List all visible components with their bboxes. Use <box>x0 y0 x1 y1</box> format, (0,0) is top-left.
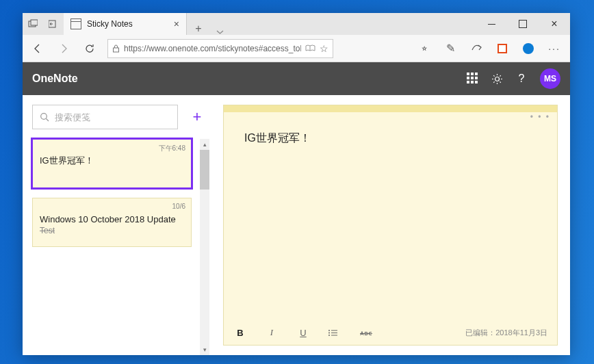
maximize-button[interactable] <box>507 13 539 35</box>
editor-pane: • • • IG世界冠军！ B I U ᴀʙᴄ 已编辑：2018年11月3日 <box>218 95 570 355</box>
note-title: Windows 10 October 2018 Update <box>40 213 184 226</box>
toolbar-right: ⭐︎ ✎ ··· <box>411 35 567 62</box>
back-button[interactable] <box>25 35 50 62</box>
avatar[interactable]: MS <box>540 68 560 89</box>
uc-extension-icon[interactable] <box>515 35 541 62</box>
help-icon[interactable]: ? <box>515 73 528 85</box>
app-header: OneNote ? MS <box>23 62 570 95</box>
notes-scroll: 下午6:48 IG世界冠军！ 10/6 Windows 10 October 2… <box>32 139 209 355</box>
scroll-down-icon[interactable]: ▾ <box>200 344 209 355</box>
search-row: + <box>32 105 209 129</box>
svg-point-11 <box>328 335 330 336</box>
scroll-thumb[interactable] <box>200 150 209 190</box>
svg-point-5 <box>41 114 47 120</box>
svg-point-7 <box>328 330 330 331</box>
header-right: ? MS <box>466 68 560 89</box>
settings-icon[interactable] <box>491 73 503 85</box>
forward-button[interactable] <box>51 35 76 62</box>
minimize-button[interactable] <box>476 13 507 35</box>
browser-window: Sticky Notes × + × https://www.onenote.c… <box>23 13 570 355</box>
sidebar: + 下午6:48 IG世界冠军！ 10/6 Windows 10 October… <box>23 95 218 355</box>
editor-body[interactable]: IG世界冠军！ <box>224 112 557 320</box>
note-title: IG世界冠军！ <box>40 155 184 167</box>
office-extension-icon[interactable] <box>489 35 515 62</box>
note-timestamp: 下午6:48 <box>159 144 185 153</box>
close-tab-icon[interactable]: × <box>174 18 179 29</box>
tabs-overflow-icon[interactable] <box>210 30 229 35</box>
svg-point-4 <box>495 77 499 81</box>
note-menu-icon[interactable]: • • • <box>530 112 550 122</box>
notes-pen-icon[interactable]: ✎ <box>437 35 463 62</box>
app-title: OneNote <box>32 73 78 85</box>
window-controls: × <box>476 13 570 35</box>
address-bar: https://www.onenote.com/stickynotes#acce… <box>23 35 570 62</box>
titlebar-left <box>23 13 64 35</box>
search-icon <box>40 112 49 122</box>
close-window-button[interactable]: × <box>539 13 570 35</box>
note-card[interactable]: 10/6 Windows 10 October 2018 Update Test <box>32 198 192 247</box>
strikethrough-button[interactable]: ᴀʙᴄ <box>359 329 373 337</box>
tabs-row: Sticky Notes × + <box>64 13 476 35</box>
share-icon[interactable] <box>463 35 489 62</box>
editor-status: 已编辑：2018年11月3日 <box>465 328 547 338</box>
refresh-button[interactable] <box>77 35 102 62</box>
notes-list: 下午6:48 IG世界冠军！ 10/6 Windows 10 October 2… <box>32 139 200 355</box>
bold-button[interactable]: B <box>233 328 247 338</box>
tab-sticky-notes[interactable]: Sticky Notes × <box>64 13 187 35</box>
activity-icon[interactable] <box>23 13 43 35</box>
favorites-button[interactable]: ⭐︎ <box>411 35 437 62</box>
note-timestamp: 10/6 <box>172 203 185 210</box>
note-card[interactable]: 下午6:48 IG世界冠军！ <box>32 139 192 188</box>
italic-button[interactable]: I <box>265 327 279 338</box>
editor-toolbar: B I U ᴀʙᴄ 已编辑：2018年11月3日 <box>224 320 557 345</box>
scroll-up-icon[interactable]: ▴ <box>200 139 209 150</box>
svg-point-9 <box>328 332 330 333</box>
search-input[interactable] <box>55 112 170 122</box>
more-menu-icon[interactable]: ··· <box>541 35 567 62</box>
page-icon <box>70 18 81 29</box>
lock-icon <box>112 44 120 53</box>
underline-button[interactable]: U <box>296 328 310 338</box>
content: + 下午6:48 IG世界冠军！ 10/6 Windows 10 October… <box>23 95 570 355</box>
new-tab-button[interactable]: + <box>187 23 210 35</box>
search-box[interactable] <box>32 105 178 129</box>
app-launcher-icon[interactable] <box>466 73 478 85</box>
svg-rect-3 <box>114 48 119 52</box>
note-color-strip <box>224 105 557 112</box>
scrollbar[interactable]: ▴ ▾ <box>200 139 209 355</box>
tab-title: Sticky Notes <box>87 19 133 29</box>
titlebar: Sticky Notes × + × <box>23 13 570 35</box>
reading-view-icon[interactable] <box>305 44 315 52</box>
editor-text: IG世界冠军！ <box>244 131 537 146</box>
add-note-button[interactable]: + <box>185 105 209 129</box>
note-editor: • • • IG世界冠军！ B I U ᴀʙᴄ 已编辑：2018年11月3日 <box>223 105 558 346</box>
svg-rect-1 <box>31 20 38 25</box>
favorite-icon[interactable]: ☆ <box>320 43 328 54</box>
set-aside-icon[interactable] <box>43 13 64 35</box>
note-subtext: Test <box>40 226 184 235</box>
svg-line-6 <box>47 119 49 122</box>
url-box[interactable]: https://www.onenote.com/stickynotes#acce… <box>107 39 333 58</box>
bullet-list-button[interactable] <box>328 329 341 337</box>
url-text: https://www.onenote.com/stickynotes#acce… <box>124 44 301 53</box>
